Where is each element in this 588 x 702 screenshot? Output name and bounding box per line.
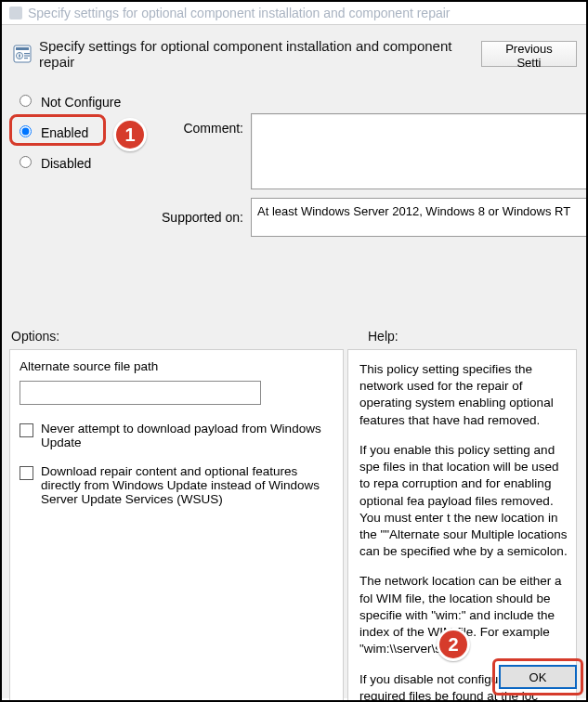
- policy-dialog: Specify settings for optional component …: [2, 24, 586, 698]
- parent-title-text: Specify settings for optional component …: [28, 6, 451, 20]
- never-wu-checkbox[interactable]: [20, 423, 33, 437]
- svg-rect-1: [16, 47, 29, 50]
- radio-disabled-label: Disabled: [41, 156, 91, 171]
- ok-button[interactable]: OK: [499, 665, 577, 689]
- annotation-callout-2: 2: [437, 628, 470, 661]
- radio-not-configured-input[interactable]: [20, 95, 32, 107]
- comment-textarea[interactable]: [251, 113, 588, 189]
- supported-value: At least Windows Server 2012, Windows 8 …: [251, 198, 588, 237]
- help-paragraph: This policy setting specifies the networ…: [359, 361, 568, 429]
- direct-wu-label: Download repair content and optional fea…: [41, 464, 333, 506]
- panes: Alternate source file path Never attempt…: [2, 344, 586, 702]
- direct-wu-row: Download repair content and optional fea…: [20, 464, 333, 506]
- radio-not-configured[interactable]: Not Configure: [15, 92, 577, 110]
- annotation-highlight-enabled: [9, 114, 106, 146]
- alt-source-label: Alternate source file path: [20, 359, 333, 373]
- help-section-label: Help:: [368, 329, 399, 344]
- options-pane: Alternate source file path Never attempt…: [9, 349, 344, 702]
- direct-wu-checkbox[interactable]: [20, 466, 33, 480]
- alt-source-input[interactable]: [20, 381, 261, 405]
- help-paragraph: If you enable this policy setting and sp…: [359, 442, 568, 561]
- options-section-label: Options:: [11, 329, 368, 344]
- dialog-title: Specify settings for optional component …: [39, 38, 474, 70]
- svg-rect-4: [24, 56, 30, 57]
- supported-row: Supported on: At least Windows Server 20…: [150, 198, 588, 237]
- svg-rect-3: [24, 53, 30, 54]
- never-wu-label: Never attempt to download payload from W…: [41, 422, 333, 449]
- radio-disabled-input[interactable]: [20, 156, 32, 168]
- ghost-title-icon: [9, 6, 22, 20]
- radio-not-configured-label: Not Configure: [41, 95, 121, 110]
- dialog-header: Specify settings for optional component …: [2, 25, 586, 79]
- comment-row: Comment:: [150, 113, 588, 189]
- svg-rect-5: [24, 58, 28, 58]
- annotation-callout-1: 1: [113, 118, 147, 151]
- parent-window-title: Specify settings for optional component …: [2, 2, 586, 24]
- comment-label: Comment:: [150, 113, 243, 136]
- never-wu-row: Never attempt to download payload from W…: [20, 422, 333, 449]
- previous-settings-button[interactable]: Previous Setti: [481, 41, 577, 67]
- supported-label: Supported on:: [150, 210, 243, 225]
- button-bar: OK: [499, 665, 577, 689]
- section-labels: Options: Help:: [2, 329, 586, 344]
- policy-icon: [13, 45, 32, 63]
